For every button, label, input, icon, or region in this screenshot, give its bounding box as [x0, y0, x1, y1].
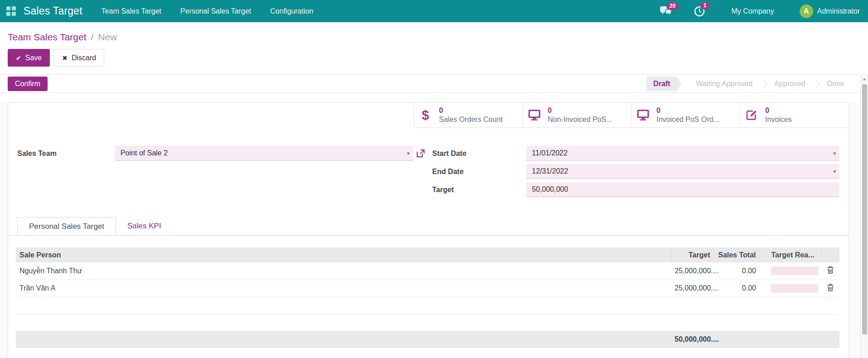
save-button[interactable]: ✔ Save: [8, 49, 50, 67]
progress-bar: [771, 266, 818, 275]
chevron-down-icon: ▾: [407, 150, 410, 156]
status-step-draft[interactable]: Draft: [646, 77, 677, 91]
form-statusbar: Confirm Draft Waiting Approved Approved …: [0, 75, 868, 93]
cell-target[interactable]: 25,000,000....: [671, 262, 714, 280]
end-date-label: End Date: [432, 168, 526, 176]
activities-icon[interactable]: 1: [694, 5, 705, 17]
control-panel: Team Sales Target / New ✔ Save ✖ Discard: [0, 22, 868, 75]
start-date-label: Start Date: [432, 150, 526, 158]
col-actions: [821, 247, 839, 262]
avatar: A: [800, 5, 813, 18]
stat-button-box: $ 0 Sales Orders Count 0 Non-Invoiced Po: [8, 103, 849, 128]
notebook-tabs: Personal Sales Target Sales KPI: [8, 217, 849, 236]
cell-person[interactable]: Nguyễn Thanh Thư: [16, 262, 671, 280]
status-step-done[interactable]: Done: [816, 77, 855, 91]
stat-sales-orders-count[interactable]: $ 0 Sales Orders Count: [414, 103, 522, 128]
sales-team-label: Sales Team: [17, 150, 115, 158]
messages-icon[interactable]: 20: [660, 6, 672, 17]
table-row: Trần Văn A 25,000,000.... 0.00: [16, 280, 839, 297]
stat-non-invoiced-pos[interactable]: 0 Non-Invoiced PoS...: [522, 103, 631, 128]
app-title: Sales Target: [24, 5, 82, 17]
menu-team-sales-target[interactable]: Team Sales Target: [101, 7, 161, 15]
delete-row-button[interactable]: [821, 262, 839, 280]
close-icon: ✖: [62, 54, 68, 62]
confirm-button[interactable]: Confirm: [8, 77, 48, 91]
vertical-scrollbar: ▲: [860, 75, 868, 358]
tab-personal-sales-target[interactable]: Personal Sales Target: [17, 217, 116, 235]
messages-badge: 20: [666, 2, 679, 10]
cell-target[interactable]: 25,000,000....: [671, 280, 714, 297]
scroll-up-arrow[interactable]: ▲: [861, 75, 868, 83]
breadcrumb-separator: /: [91, 32, 94, 43]
status-steps: Draft Waiting Approved Approved Done: [646, 77, 855, 91]
table-footer: 50,000,000....: [16, 331, 839, 348]
target-input[interactable]: 50,000,000: [526, 182, 839, 197]
form-sheet: $ 0 Sales Orders Count 0 Non-Invoiced Po: [8, 102, 849, 358]
cell-target-reached: [759, 262, 821, 280]
external-link-icon[interactable]: [416, 149, 425, 158]
monitor-icon: [526, 110, 542, 121]
user-menu[interactable]: A Administrator: [800, 5, 860, 18]
col-target-reached[interactable]: Target Rea...: [759, 247, 821, 262]
main-menu: Team Sales Target Personal Sales Target …: [101, 7, 313, 15]
edit-icon: [744, 109, 759, 121]
cell-sales-total[interactable]: 0.00: [714, 280, 759, 297]
menu-configuration[interactable]: Configuration: [270, 7, 313, 15]
check-icon: ✔: [16, 54, 21, 62]
activities-badge: 1: [700, 2, 710, 10]
end-date-input[interactable]: 12/31/2022 ▾: [526, 164, 839, 179]
trash-icon: [827, 284, 834, 291]
content-area: $ 0 Sales Orders Count 0 Non-Invoiced Po: [0, 102, 868, 358]
trash-icon: [827, 266, 834, 274]
tab-sales-kpi[interactable]: Sales KPI: [116, 217, 173, 235]
col-sales-total[interactable]: Sales Total: [714, 247, 759, 262]
company-switcher[interactable]: My Company: [732, 7, 774, 15]
breadcrumb-parent[interactable]: Team Sales Target: [8, 32, 87, 43]
dollar-icon: $: [418, 108, 433, 123]
systray: 20 1 My Company A Administrator: [638, 5, 868, 18]
personal-sales-target-table: Sale Person Target Sales Total Target Re…: [16, 247, 839, 348]
target-label: Target: [432, 186, 526, 194]
col-target[interactable]: Target: [671, 247, 714, 262]
discard-button[interactable]: ✖ Discard: [54, 49, 104, 67]
start-date-input[interactable]: 11/01/2022 ▾: [526, 146, 839, 161]
footer-total: 50,000,000....: [671, 331, 714, 348]
cell-target-reached: [759, 280, 821, 297]
breadcrumb-current: New: [98, 32, 117, 43]
user-name: Administrator: [817, 7, 860, 15]
cell-sales-total[interactable]: 0.00: [714, 262, 759, 280]
table-row: Nguyễn Thanh Thư 25,000,000.... 0.00: [16, 262, 839, 280]
breadcrumb: Team Sales Target / New: [8, 30, 868, 44]
delete-row-button[interactable]: [821, 280, 839, 297]
monitor-icon: [635, 110, 651, 121]
sales-team-input[interactable]: Point of Sale 2 ▾: [115, 146, 413, 161]
col-sale-person[interactable]: Sale Person: [16, 247, 671, 262]
stat-invoices[interactable]: 0 Invoices: [740, 103, 849, 128]
chevron-down-icon: ▾: [833, 150, 836, 156]
top-navbar: Sales Target Team Sales Target Personal …: [0, 0, 868, 22]
table-header-row: Sale Person Target Sales Total Target Re…: [16, 247, 839, 262]
scrollbar-thumb[interactable]: [862, 84, 867, 334]
menu-personal-sales-target[interactable]: Personal Sales Target: [180, 7, 251, 15]
form-fields: Sales Team Point of Sale 2 ▾: [8, 128, 849, 200]
empty-row[interactable]: [16, 297, 839, 314]
status-step-approved[interactable]: Approved: [763, 77, 816, 91]
stat-invoiced-pos[interactable]: 0 Invoiced PoS Ord...: [631, 103, 740, 128]
progress-bar: [771, 284, 818, 293]
chevron-down-icon: ▾: [833, 169, 836, 174]
apps-menu-icon[interactable]: [6, 6, 16, 16]
status-step-waiting-approved[interactable]: Waiting Approved: [685, 77, 763, 91]
cell-person[interactable]: Trần Văn A: [16, 280, 671, 297]
